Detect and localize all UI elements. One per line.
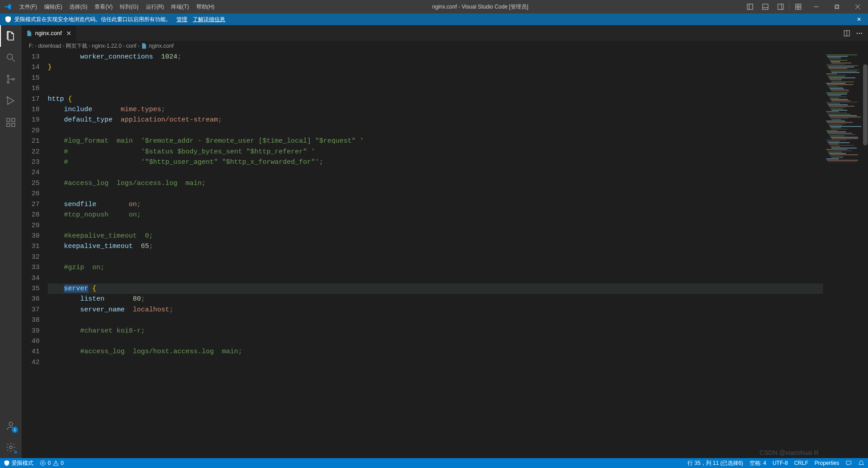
restricted-mode-banner: 受限模式旨在实现安全地浏览代码。信任此窗口以启用所有功能。 管理 了解详细信息 …: [0, 14, 868, 25]
svg-rect-7: [799, 4, 801, 6]
menu-item[interactable]: 运行(R): [142, 0, 168, 14]
activity-explorer[interactable]: [0, 25, 22, 47]
tab-nginx-conf[interactable]: nginx.conf ✕: [22, 25, 77, 41]
status-problems[interactable]: 0 0: [40, 460, 63, 466]
svg-point-20: [7, 97, 8, 98]
svg-point-31: [861, 32, 863, 34]
svg-rect-23: [12, 123, 15, 126]
svg-rect-24: [12, 118, 15, 122]
status-notifications-icon[interactable]: [858, 460, 864, 466]
code-content[interactable]: worker_connections 1024;} http { include…: [48, 51, 823, 458]
svg-rect-22: [7, 123, 10, 126]
status-encoding[interactable]: UTF-8: [773, 460, 788, 466]
menu-bar: 文件(F)编辑(E)选择(S)查看(V)转到(G)运行(R)终端(T)帮助(H): [16, 0, 218, 14]
chevron-right-icon: ›: [89, 43, 90, 49]
svg-rect-4: [778, 4, 783, 9]
customize-layout-icon[interactable]: [791, 0, 806, 14]
minimap[interactable]: [823, 51, 868, 458]
settings-badge: [14, 451, 17, 454]
code-editor[interactable]: 1314151617181920212223242526272829303132…: [22, 51, 868, 458]
breadcrumb-item[interactable]: download: [38, 43, 61, 49]
menu-item[interactable]: 查看(V): [91, 0, 116, 14]
chevron-right-icon: ›: [123, 43, 125, 49]
svg-rect-8: [796, 7, 798, 9]
menu-item[interactable]: 文件(F): [16, 0, 41, 14]
editor-area: nginx.conf ✕ F:›download›网页下载›nginx-1.22…: [22, 25, 868, 458]
tab-label: nginx.conf: [35, 30, 62, 36]
activity-accounts[interactable]: 1: [0, 415, 22, 436]
editor-tabs: nginx.conf ✕: [22, 25, 868, 41]
banner-more-link[interactable]: 了解详细信息: [193, 16, 225, 23]
layout-panel-icon[interactable]: [758, 0, 773, 14]
banner-manage-link[interactable]: 管理: [176, 16, 187, 23]
status-eol[interactable]: CRLF: [794, 460, 808, 466]
scrollbar-thumb[interactable]: [863, 64, 868, 145]
banner-text: 受限模式旨在实现安全地浏览代码。信任此窗口以启用所有功能。: [14, 16, 171, 23]
shield-icon: [5, 16, 12, 23]
breadcrumb-item[interactable]: nginx-1.22.0: [92, 43, 122, 49]
svg-point-26: [9, 446, 12, 449]
svg-rect-12: [836, 5, 839, 9]
svg-rect-0: [747, 4, 753, 9]
status-bar: 受限模式 0 0 行 35，列 11 (已选择6) 空格: 4 UTF-8 CR…: [0, 458, 868, 468]
window-title: nginx.conf - Visual Studio Code [管理员]: [218, 3, 742, 11]
svg-point-25: [9, 422, 13, 426]
line-number-gutter: 1314151617181920212223242526272829303132…: [22, 51, 48, 458]
chevron-right-icon: ›: [63, 43, 64, 49]
svg-point-18: [7, 81, 9, 83]
status-indentation[interactable]: 空格: 4: [750, 459, 766, 467]
svg-point-17: [7, 75, 9, 77]
breadcrumb[interactable]: F:›download›网页下载›nginx-1.22.0›conf›nginx…: [22, 41, 868, 51]
svg-line-16: [12, 59, 15, 62]
accounts-badge: 1: [12, 427, 18, 433]
svg-point-30: [859, 32, 860, 34]
activity-source-control[interactable]: [0, 68, 22, 90]
scrollbar[interactable]: [863, 51, 868, 458]
menu-item[interactable]: 转到(G): [116, 0, 142, 14]
error-icon: [40, 460, 46, 466]
breadcrumb-item[interactable]: conf: [126, 43, 136, 49]
breadcrumb-item[interactable]: nginx.conf: [141, 43, 174, 49]
status-language-mode[interactable]: Properties: [814, 460, 839, 466]
chevron-right-icon: ›: [138, 43, 140, 49]
banner-close-button[interactable]: ✕: [854, 16, 863, 22]
svg-rect-21: [7, 118, 10, 122]
svg-rect-11: [835, 4, 838, 8]
status-restricted-mode[interactable]: 受限模式: [4, 459, 33, 467]
window-maximize-button[interactable]: [827, 0, 847, 14]
file-icon: [26, 30, 32, 36]
breadcrumb-item[interactable]: 网页下载: [66, 42, 87, 50]
menu-item[interactable]: 终端(T): [167, 0, 192, 14]
titlebar: 文件(F)编辑(E)选择(S)查看(V)转到(G)运行(R)终端(T)帮助(H)…: [0, 0, 868, 14]
window-minimize-button[interactable]: [806, 0, 827, 14]
svg-rect-9: [799, 7, 801, 9]
svg-point-29: [857, 32, 858, 34]
shield-icon: [4, 460, 10, 466]
activity-bar: 1: [0, 25, 22, 458]
activity-extensions[interactable]: [0, 112, 22, 133]
svg-point-15: [7, 54, 13, 59]
titlebar-right: [742, 0, 868, 14]
chevron-right-icon: ›: [35, 43, 37, 49]
status-cursor-position[interactable]: 行 35，列 11 (已选择6): [687, 459, 743, 467]
menu-item[interactable]: 帮助(H): [193, 0, 218, 14]
window-close-button[interactable]: [847, 0, 868, 14]
split-editor-icon[interactable]: [842, 28, 852, 38]
svg-point-19: [13, 78, 14, 80]
file-icon: [141, 43, 147, 49]
more-actions-icon[interactable]: [854, 28, 864, 38]
menu-item[interactable]: 选择(S): [66, 0, 91, 14]
activity-search[interactable]: [0, 47, 22, 68]
vscode-logo-icon: [0, 3, 16, 10]
svg-rect-6: [796, 4, 798, 6]
warning-icon: [53, 460, 59, 466]
tab-close-button[interactable]: ✕: [66, 30, 72, 36]
layout-sidebar-right-icon[interactable]: [773, 0, 788, 14]
activity-settings[interactable]: [0, 436, 22, 458]
layout-sidebar-left-icon[interactable]: [742, 0, 758, 14]
status-feedback-icon[interactable]: [845, 460, 852, 466]
svg-rect-2: [763, 4, 768, 9]
activity-run-debug[interactable]: [0, 90, 22, 112]
menu-item[interactable]: 编辑(E): [41, 0, 66, 14]
breadcrumb-item[interactable]: F:: [29, 43, 34, 49]
